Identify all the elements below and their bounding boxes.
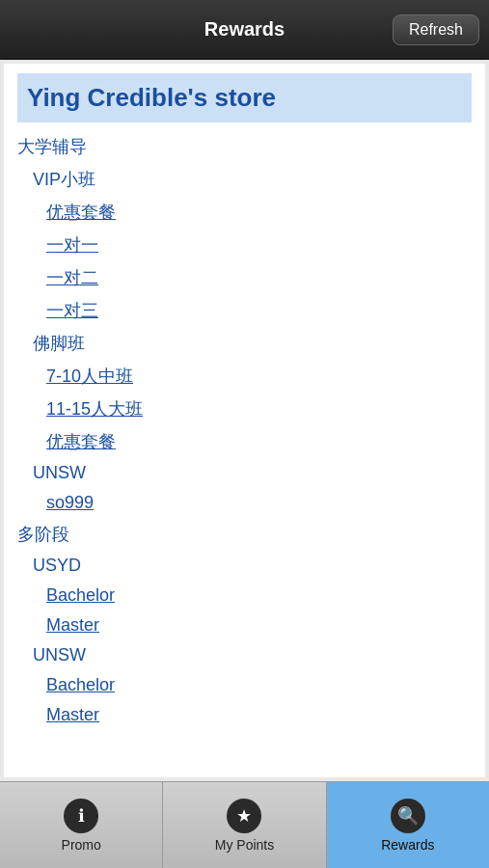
menu-item-master-usyd[interactable]: Master: [17, 610, 472, 640]
header: Rewards Refresh: [0, 0, 489, 60]
menu-item-unsw-2[interactable]: UNSW: [17, 640, 472, 670]
tab-promo-label: Promo: [62, 837, 101, 853]
info-icon: ℹ: [64, 799, 98, 833]
menu-item-7-10-class[interactable]: 7-10人中班: [17, 360, 472, 393]
menu-item-multi-stage[interactable]: 多阶段: [17, 518, 472, 551]
refresh-button[interactable]: Refresh: [393, 14, 479, 45]
menu-item-unsw-1[interactable]: UNSW: [17, 458, 472, 488]
menu-item-one-to-one[interactable]: 一对一: [17, 229, 472, 261]
search-icon: 🔍: [391, 799, 425, 833]
menu-item-discount-package-2[interactable]: 优惠套餐: [17, 425, 472, 458]
menu-item-vip-class[interactable]: VIP小班: [17, 163, 472, 196]
tab-my-points-label: My Points: [215, 837, 274, 853]
tab-rewards-label: Rewards: [381, 837, 434, 853]
menu-item-11-15-class[interactable]: 11-15人大班: [17, 393, 472, 425]
menu-item-one-to-two[interactable]: 一对二: [17, 261, 472, 294]
tab-rewards[interactable]: 🔍 Rewards: [327, 782, 489, 868]
menu-item-one-to-three[interactable]: 一对三: [17, 294, 472, 327]
menu-item-uni-tutoring[interactable]: 大学辅导: [17, 130, 472, 163]
store-title: Ying Credible's store: [17, 73, 472, 122]
header-title: Rewards: [204, 18, 285, 41]
menu-item-discount-package-1[interactable]: 优惠套餐: [17, 196, 472, 229]
star-icon: ★: [227, 799, 261, 833]
menu-item-master-unsw[interactable]: Master: [17, 700, 472, 730]
tab-promo[interactable]: ℹ Promo: [0, 782, 163, 868]
tab-my-points[interactable]: ★ My Points: [163, 782, 326, 868]
menu-item-bachelor-unsw[interactable]: Bachelor: [17, 670, 472, 700]
menu-item-so999[interactable]: so999: [17, 488, 472, 518]
content-inner: Ying Credible's store 大学辅导VIP小班优惠套餐一对一一对…: [4, 64, 485, 777]
content-area: Ying Credible's store 大学辅导VIP小班优惠套餐一对一一对…: [0, 60, 489, 781]
menu-item-bachelor-usyd[interactable]: Bachelor: [17, 581, 472, 610]
menu-item-buddha-class[interactable]: 佛脚班: [17, 327, 472, 360]
tab-bar: ℹ Promo ★ My Points 🔍 Rewards: [0, 781, 489, 868]
menu-item-usyd[interactable]: USYD: [17, 551, 472, 581]
menu-list: 大学辅导VIP小班优惠套餐一对一一对二一对三佛脚班7-10人中班11-15人大班…: [17, 130, 472, 730]
